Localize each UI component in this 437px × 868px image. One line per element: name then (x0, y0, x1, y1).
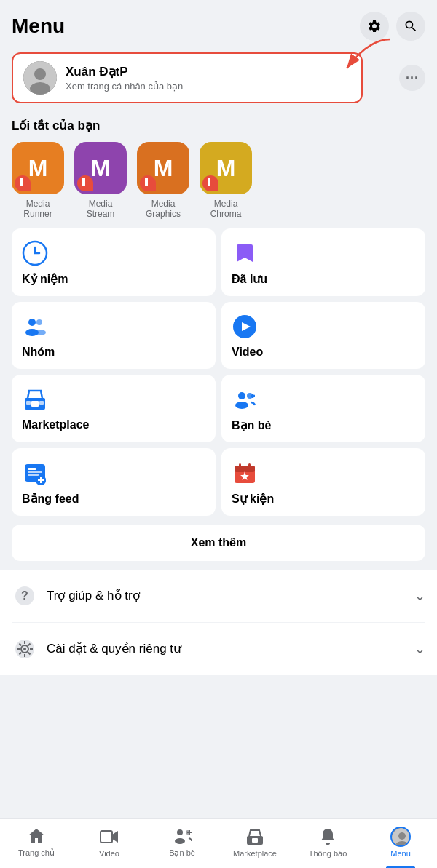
nav-notifications[interactable]: Thông báo (291, 824, 364, 861)
nav-video-label: Video (99, 849, 119, 858)
shortcut-icon-media-stream: M (74, 142, 127, 194)
svg-point-48 (177, 829, 183, 835)
bell-icon (318, 827, 338, 847)
flag-badge-3 (140, 175, 156, 191)
menu-card-label-ban-be: Bạn bè (232, 418, 415, 432)
profile-subtitle: Xem trang cá nhân của bạn (66, 81, 183, 92)
accordion-section: ? Trợ giúp & hỗ trợ ⌄ (0, 570, 437, 675)
profile-card[interactable]: Xuân ĐạtP Xem trang cá nhân của bạn (12, 52, 363, 103)
settings-accordion-icon (12, 636, 38, 662)
more-options-button[interactable]: ··· (399, 65, 425, 91)
flag-badge-4 (202, 175, 219, 191)
shortcuts-label: Lối tắt của bạn (0, 112, 437, 139)
shortcut-label-media-chroma: MediaChroma (210, 199, 242, 220)
shortcut-label-media-stream: MediaStream (87, 199, 115, 220)
shortcuts-grid: M MediaRunner M MediaStream M MediaGraph… (0, 139, 437, 228)
profile-section: Xuân ĐạtP Xem trang cá nhân của bạn ··· (0, 47, 437, 112)
menu-card-label-da-luu: Đã lưu (232, 272, 415, 286)
chevron-down-icon: ⌄ (414, 588, 425, 604)
nav-marketplace-label: Marketplace (233, 849, 277, 858)
avatar (23, 61, 57, 95)
bang-feed-icon (22, 460, 48, 486)
menu-card-nhom[interactable]: Nhóm (12, 302, 216, 369)
svg-rect-54 (252, 838, 258, 843)
svg-rect-12 (31, 401, 39, 407)
shortcut-media-runner[interactable]: M MediaRunner (12, 142, 64, 220)
search-button[interactable] (396, 12, 425, 41)
svg-point-1 (34, 68, 46, 80)
ban-be-icon (232, 386, 258, 413)
menu-card-label-nhom: Nhóm (22, 346, 205, 359)
page-title: Menu (12, 15, 65, 38)
flag-badge-1 (15, 175, 31, 191)
see-more-button[interactable]: Xem thêm (12, 525, 425, 561)
menu-card-bang-feed[interactable]: Bảng feed (12, 448, 216, 516)
nhom-icon (22, 314, 48, 340)
menu-card-video[interactable]: Video (221, 302, 425, 369)
svg-point-56 (398, 832, 406, 840)
svg-text:?: ? (21, 589, 28, 602)
menu-card-su-kien[interactable]: Sự kiện (221, 448, 425, 516)
menu-card-label-su-kien: Sự kiện (232, 492, 415, 506)
svg-point-16 (235, 402, 248, 409)
menu-avatar-icon (390, 827, 411, 847)
svg-rect-31 (248, 463, 251, 469)
svg-rect-29 (235, 466, 255, 472)
nav-video[interactable]: Video (73, 824, 146, 861)
shortcut-media-chroma[interactable]: M MediaChroma (200, 142, 252, 220)
nav-notifications-label: Thông báo (309, 849, 347, 858)
nav-marketplace[interactable]: Marketplace (219, 824, 291, 861)
svg-rect-46 (101, 831, 112, 843)
marketplace-nav-icon (245, 827, 265, 847)
svg-marker-47 (112, 831, 118, 843)
shortcut-icon-media-chroma: M (200, 142, 252, 194)
friends-nav-icon (172, 826, 192, 846)
svg-rect-21 (28, 468, 36, 470)
search-icon (403, 19, 418, 33)
svg-rect-22 (28, 471, 42, 473)
profile-info: Xuân ĐạtP Xem trang cá nhân của bạn (66, 64, 183, 92)
video-icon (232, 314, 258, 340)
svg-rect-23 (28, 474, 39, 476)
marketplace-icon (22, 386, 48, 413)
menu-card-da-luu[interactable]: Đã lưu (221, 228, 425, 296)
red-arrow (332, 32, 398, 83)
nav-friends[interactable]: Bạn bè (146, 823, 219, 861)
svg-point-37 (23, 648, 26, 650)
svg-point-8 (36, 330, 46, 335)
shortcut-media-graphics[interactable]: M MediaGraphics (137, 142, 189, 220)
menu-card-ban-be[interactable]: Bạn bè (221, 375, 425, 442)
accordion-help[interactable]: ? Trợ giúp & hỗ trợ ⌄ (12, 570, 425, 623)
shortcut-icon-media-graphics: M (137, 142, 189, 194)
video-nav-icon (99, 827, 119, 847)
accordion-settings[interactable]: Cài đặt & quyền riêng tư ⌄ (12, 623, 425, 675)
help-icon: ? (12, 583, 38, 609)
menu-card-label-video: Video (232, 346, 415, 359)
nav-home-label: Trang chủ (18, 848, 55, 858)
nav-home[interactable]: Trang chủ (0, 823, 73, 861)
da-luu-icon (232, 240, 258, 266)
accordion-help-label: Trợ giúp & hỗ trợ (47, 588, 414, 603)
svg-point-5 (28, 319, 36, 326)
ky-niem-icon (22, 240, 48, 266)
menu-card-label-marketplace: Marketplace (22, 418, 205, 431)
home-icon (26, 826, 47, 846)
svg-point-6 (36, 319, 42, 325)
su-kien-icon (232, 460, 258, 486)
menu-card-label-bang-feed: Bảng feed (22, 492, 205, 506)
svg-rect-14 (39, 401, 44, 405)
chevron-down-icon-2: ⌄ (414, 641, 425, 657)
nav-menu[interactable]: Menu (364, 824, 437, 861)
menu-card-ky-niem[interactable]: Kỷ niệm (12, 228, 216, 296)
shortcut-media-stream[interactable]: M MediaStream (74, 142, 127, 220)
nav-menu-label: Menu (390, 849, 411, 858)
menu-card-marketplace[interactable]: Marketplace (12, 375, 216, 442)
menu-card-label-ky-niem: Kỷ niệm (22, 272, 205, 286)
svg-point-49 (175, 838, 185, 844)
gear-icon (367, 19, 382, 33)
shortcut-icon-media-runner: M (12, 142, 64, 194)
shortcut-label-media-graphics: MediaGraphics (146, 199, 181, 220)
svg-point-15 (238, 392, 245, 399)
bottom-nav: Trang chủ Video Bạn bè (0, 818, 437, 868)
svg-rect-30 (239, 463, 241, 469)
